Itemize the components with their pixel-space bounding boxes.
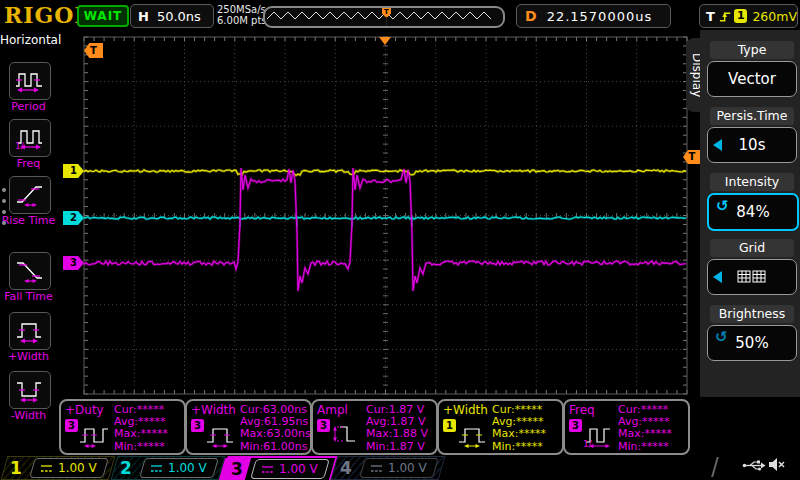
type-value: Vector <box>728 70 776 88</box>
brightness-value: 50% <box>735 334 768 352</box>
sample-rate: 250MSa/s <box>217 4 267 15</box>
left-arrow-icon <box>713 271 722 283</box>
page-dot-4 <box>2 221 6 225</box>
measurement-pos-width-ch3: +Width 3 Cur:63.00ns Avg:61.95ns Max:63.… <box>185 399 312 455</box>
persis-time-value: 10s <box>739 136 766 154</box>
left-arrow-icon <box>713 139 722 151</box>
trigger-center-marker <box>379 37 391 45</box>
menu-label-intensity: Intensity <box>710 173 794 191</box>
menu-item-pos-width[interactable] <box>9 312 51 350</box>
horizontal-scale-box: H 50.0ns <box>130 4 214 28</box>
measurement-freq: Freq 3 1/ Cur:***** Avg:***** Max:***** … <box>563 399 690 455</box>
trigger-level-value: 260mV <box>752 9 797 24</box>
timebase-value: 50.0ns <box>157 9 201 24</box>
measurement-pos-duty: +Duty 3 Cur:***** Avg:***** Max:***** Mi… <box>59 399 186 455</box>
menu-item-neg-width[interactable] <box>9 371 51 409</box>
menu-item-rise-time[interactable] <box>9 176 51 214</box>
grid-style-icon <box>737 270 767 284</box>
menu-value-persis-time[interactable]: 10s <box>707 127 797 163</box>
memory-depth: 6.00M pts <box>217 15 267 26</box>
horizontal-position-bar[interactable]: T <box>263 6 505 28</box>
delay-box: D 22.1570000us <box>516 4 671 28</box>
pos-duty-icon <box>79 421 113 449</box>
measurement-name: Freq <box>569 403 595 417</box>
page-dot-1 <box>2 188 6 192</box>
menu-value-brightness[interactable]: ↺ 50% <box>707 325 797 361</box>
freq-icon: 1/ <box>15 125 45 151</box>
trigger-position-line <box>386 17 387 26</box>
speaker-muted-icon <box>768 457 786 472</box>
freq-icon: 1/ <box>583 421 617 449</box>
menu-label-type: Type <box>710 41 794 59</box>
minus-width-icon <box>15 377 45 403</box>
rise-time-icon <box>15 182 45 208</box>
channel-scale: 1.00 V <box>168 461 207 475</box>
pos-width-icon <box>457 421 491 449</box>
svg-text:1/: 1/ <box>583 439 593 449</box>
menu-label-grid: Grid <box>710 239 794 257</box>
dc-coupling-icon <box>370 464 383 473</box>
measurement-pos-width-ch1: +Width 1 Cur:***** Avg:***** Max:***** M… <box>437 399 564 455</box>
period-icon <box>15 68 45 94</box>
rising-edge-icon <box>719 9 731 24</box>
dc-coupling-icon <box>150 464 163 473</box>
channel-2-status[interactable]: 2 1.00 V <box>111 456 226 480</box>
rotate-knob-icon: ↺ <box>715 328 728 346</box>
dc-coupling-icon <box>40 464 53 473</box>
channel-scale: 1.00 V <box>388 461 427 475</box>
menu-value-type[interactable]: Vector <box>707 61 797 97</box>
plus-width-icon <box>15 318 45 344</box>
channel-1-status[interactable]: 1 1.00 V <box>1 456 116 480</box>
measurement-name: Ampl <box>317 403 348 417</box>
rotate-knob-icon: ↺ <box>716 197 729 215</box>
d-label: D <box>525 8 537 24</box>
menu-label-period: Period <box>0 100 57 113</box>
delay-value: 22.1570000us <box>547 9 653 24</box>
dc-coupling-icon <box>261 465 274 474</box>
acquisition-info: 250MSa/s 6.00M pts <box>217 4 267 26</box>
menu-label-brightness: Brightness <box>710 305 794 323</box>
measurement-channel-badge: 3 <box>65 419 78 432</box>
left-menu-title: Horizontal <box>0 33 57 47</box>
menu-value-grid[interactable] <box>707 259 797 295</box>
trigger-source-badge: 1 <box>734 9 747 23</box>
usb-icon <box>742 459 766 472</box>
measurement-name: +Width <box>443 403 488 417</box>
menu-label-rise-time: Rise Time <box>0 214 57 227</box>
channel-number: 4 <box>340 457 352 479</box>
pos-width-icon <box>205 421 239 449</box>
menu-label-fall-time: Fall Time <box>0 290 57 303</box>
menu-label-freq: Freq <box>0 157 57 170</box>
menu-label-pos-width: +Width <box>0 350 57 363</box>
channel-4-status[interactable]: 4 1.00 V <box>331 456 446 480</box>
channel-scale: 1.00 V <box>279 462 318 476</box>
waveform-display <box>57 30 700 397</box>
channel-3-status[interactable]: 3 1.00 V <box>220 456 337 480</box>
fall-time-icon <box>15 258 45 284</box>
menu-item-freq[interactable]: 1/ <box>9 119 51 157</box>
menu-item-period[interactable] <box>9 62 51 100</box>
channel-number: 2 <box>120 457 132 479</box>
measurement-channel-badge: 3 <box>569 419 582 432</box>
trigger-box: T 1 260mV <box>699 4 798 28</box>
page-dot-3 <box>2 210 6 214</box>
channel-number: 3 <box>231 458 243 480</box>
t-label: T <box>706 9 715 24</box>
oscilloscope-screen: RIGOL WAIT H 50.0ns 250MSa/s 6.00M pts T… <box>0 0 800 480</box>
channel-scale: 1.00 V <box>58 461 97 475</box>
amplitude-icon <box>331 421 365 449</box>
menu-label-persis-time: Persis.Time <box>710 107 794 125</box>
measurement-channel-badge: 3 <box>317 419 330 432</box>
bottom-bar-divider <box>711 457 719 477</box>
menu-item-fall-time[interactable] <box>9 252 51 290</box>
channel-number: 1 <box>10 457 22 479</box>
measurement-name: +Width <box>191 403 236 417</box>
menu-value-intensity[interactable]: ↺ 84% <box>707 193 799 231</box>
h-label: H <box>138 9 149 24</box>
run-status-badge: WAIT <box>77 5 129 27</box>
page-dot-2 <box>2 199 6 203</box>
measurement-ampl: Ampl 3 Cur:1.87 V Avg:1.87 V Max:1.88 V … <box>311 399 438 455</box>
intensity-value: 84% <box>736 203 769 221</box>
measurement-channel-badge: 3 <box>191 419 204 432</box>
measurement-name: +Duty <box>65 403 104 417</box>
